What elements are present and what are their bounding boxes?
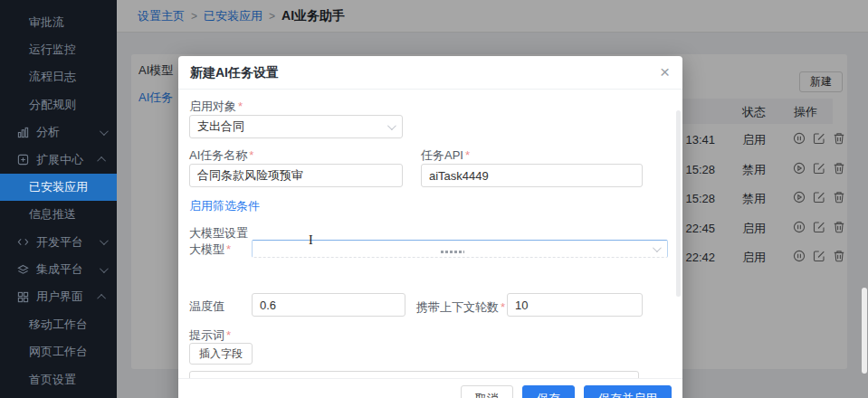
sidebar-item-label: 流程日志 — [29, 69, 76, 85]
context-rounds-input[interactable] — [507, 293, 643, 317]
sidebar-item-label: 信息推送 — [29, 206, 76, 223]
sidebar-item-label: 分配规则 — [29, 97, 76, 113]
sidebar-item-label: 开发平台 — [36, 234, 83, 251]
sidebar-item-label: 分析 — [36, 124, 60, 140]
temperature-input[interactable] — [252, 293, 405, 317]
insert-field-button[interactable]: 插入字段 — [189, 343, 253, 365]
model-select[interactable] — [252, 240, 668, 258]
sidebar-item-审批流[interactable]: 审批流 — [0, 8, 117, 35]
dev-icon — [17, 236, 29, 248]
sidebar-item-网页工作台[interactable]: 网页工作台 — [0, 338, 117, 365]
sidebar-item-扩展中心[interactable]: 扩展中心 — [0, 146, 117, 173]
sidebar-item-移动工作台[interactable]: 移动工作台 — [0, 311, 117, 338]
modal-footer: 取消 保存 保存并启用 — [178, 378, 682, 398]
required-mark: * — [238, 100, 243, 113]
sidebar-item-label: 集成平台 — [36, 261, 83, 278]
sidebar-item-分配规则[interactable]: 分配规则 — [0, 91, 117, 118]
ui-icon — [17, 291, 29, 303]
close-icon[interactable]: × — [660, 62, 670, 83]
required-mark: * — [226, 242, 231, 256]
chevron-down-icon — [387, 121, 396, 130]
sidebar-item-label: 已安装应用 — [29, 179, 88, 195]
modal-title: 新建AI任务设置 — [190, 65, 279, 81]
sidebar-item-集成平台[interactable]: 集成平台 — [0, 256, 117, 283]
window-scrollbar-thumb[interactable] — [862, 288, 867, 374]
sidebar-item-label: 运行监控 — [29, 42, 76, 58]
sidebar-item-label: 用户界面 — [36, 289, 83, 305]
sidebar-item-label: 首页设置 — [29, 372, 76, 388]
modal-header: 新建AI任务设置 × — [178, 56, 682, 90]
sidebar-item-信息推送[interactable]: 信息推送 — [0, 201, 117, 228]
context-rounds-label: 携带上下文轮数* — [416, 298, 505, 316]
startup-text-row — [189, 369, 669, 378]
sidebar-item-开发平台[interactable]: 开发平台 — [0, 229, 117, 256]
sidebar-item-label: 事件流 — [29, 0, 64, 3]
modal-scrollbar-thumb[interactable] — [676, 110, 681, 297]
sidebar-item-事件流[interactable]: 事件流 — [0, 0, 117, 8]
chevron-down-icon — [653, 243, 662, 252]
sidebar-item-已安装应用[interactable]: 已安装应用 — [0, 174, 117, 201]
new-ai-task-modal: 新建AI任务设置 × 启用对象* 支出合同 AI任务名称* 任务API* 启用筛… — [178, 56, 682, 398]
text-cursor: I — [309, 233, 313, 248]
cancel-button[interactable]: 取消 — [461, 385, 513, 398]
integration-icon — [17, 264, 29, 276]
task-api-input[interactable] — [421, 164, 643, 187]
sidebar: 事件流审批流运行监控流程日志分配规则分析扩展中心已安装应用信息推送开发平台集成平… — [0, 0, 117, 398]
task-api-label: 任务API* — [421, 147, 470, 164]
sidebar-item-label: 扩展中心 — [36, 152, 83, 168]
required-mark: * — [249, 148, 253, 162]
sidebar-item-用户界面[interactable]: 用户界面 — [0, 283, 117, 310]
save-and-enable-button[interactable]: 保存并启用 — [584, 385, 672, 398]
chevron-up-icon — [97, 294, 106, 303]
enable-object-value: 支出合同 — [197, 118, 244, 135]
required-mark: * — [226, 328, 231, 342]
chart-icon — [17, 127, 29, 138]
task-name-label: AI任务名称* — [189, 147, 253, 164]
sidebar-item-label: 审批流 — [29, 14, 64, 31]
required-mark: * — [465, 148, 470, 162]
clipped-option-text — [441, 251, 464, 253]
sidebar-item-分析[interactable]: 分析 — [0, 118, 117, 146]
chevron-up-icon — [97, 156, 106, 166]
enable-object-select[interactable]: 支出合同 — [189, 115, 403, 138]
chevron-down-icon — [100, 236, 109, 245]
app-root: 事件流审批流运行监控流程日志分配规则分析扩展中心已安装应用信息推送开发平台集成平… — [0, 0, 868, 398]
model-label: 大模型* — [189, 221, 231, 238]
sidebar-item-label: 网页工作台 — [29, 344, 88, 360]
task-name-input[interactable] — [189, 164, 403, 187]
chevron-down-icon — [100, 264, 109, 273]
sidebar-item-流程日志[interactable]: 流程日志 — [0, 63, 117, 90]
chevron-down-icon — [100, 127, 109, 136]
modal-body: 启用对象* 支出合同 AI任务名称* 任务API* 启用筛选条件 大模型设置 大… — [178, 90, 682, 378]
required-mark: * — [501, 300, 505, 314]
sidebar-item-首页设置[interactable]: 首页设置 — [0, 365, 117, 393]
enable-object-label: 启用对象* — [189, 98, 243, 115]
temperature-label: 温度值 — [189, 298, 224, 315]
save-button[interactable]: 保存 — [522, 385, 575, 398]
sidebar-item-label: 移动工作台 — [29, 317, 88, 333]
enable-filter-link[interactable]: 启用筛选条件 — [189, 198, 260, 214]
extension-icon — [17, 154, 29, 166]
prompt-label: 提示词* — [189, 327, 231, 344]
sidebar-item-运行监控[interactable]: 运行监控 — [0, 36, 117, 63]
